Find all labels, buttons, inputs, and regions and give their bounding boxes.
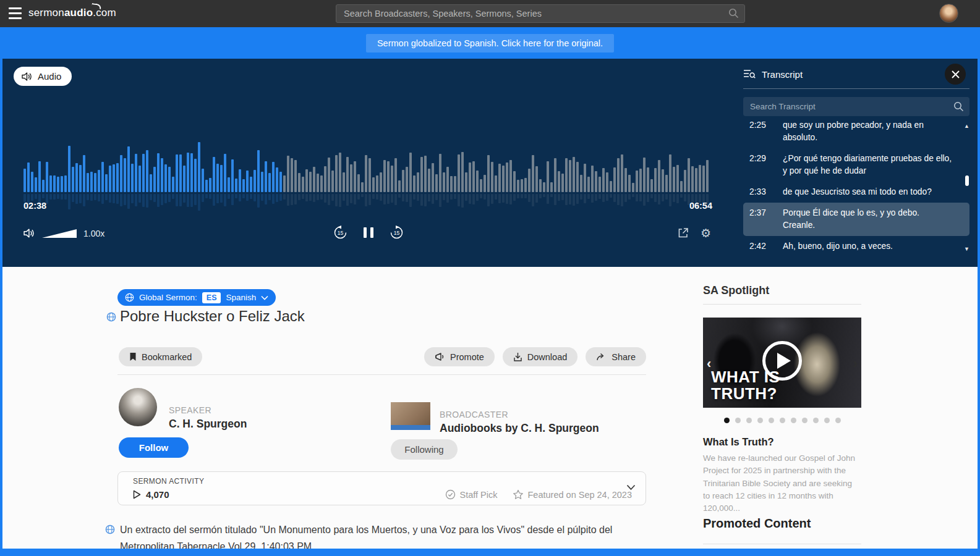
pause-button[interactable] (362, 226, 375, 239)
promote-label: Promote (450, 352, 484, 362)
search-input[interactable] (336, 4, 745, 23)
broadcaster-thumbnail[interactable] (391, 402, 430, 430)
download-label: Download (527, 352, 568, 362)
expand-activity-chevron[interactable] (626, 484, 636, 491)
carousel-dot[interactable] (780, 418, 785, 423)
carousel-dot[interactable] (835, 418, 841, 423)
carousel-dot[interactable] (791, 418, 796, 423)
star-icon (513, 489, 524, 500)
carousel-dot[interactable] (735, 418, 741, 423)
speaker-name[interactable]: C. H. Spurgeon (169, 418, 247, 431)
staff-pick-label: Staff Pick (460, 490, 498, 500)
popout-icon[interactable] (677, 227, 689, 239)
close-transcript-button[interactable] (945, 64, 966, 85)
transcript-text: Ah, bueno, dijo uno, a veces. (783, 240, 893, 253)
volume-slider[interactable] (42, 229, 77, 238)
carousel-prev-arrow[interactable]: ‹ (707, 357, 711, 371)
carousel-dot[interactable] (813, 418, 819, 423)
top-navbar: sermonaudio.com (0, 0, 980, 27)
sermon-activity-box: SERMON ACTIVITY 4,070 Staff Pick (117, 471, 646, 505)
share-button[interactable]: Share (586, 347, 646, 366)
search-icon[interactable] (728, 8, 739, 19)
share-icon (596, 352, 607, 361)
audio-mode-label: Audio (38, 71, 61, 82)
activity-row: 4,070 Staff Pick Featured on Sep 24, 202… (133, 489, 632, 500)
download-icon (513, 352, 522, 362)
carousel-next-arrow[interactable]: › (853, 357, 858, 371)
bookmarked-button[interactable]: Bookmarked (119, 347, 202, 366)
follow-button[interactable]: Follow (119, 437, 189, 458)
transcript-timestamp: 2:25 (749, 121, 777, 144)
global-search (336, 4, 745, 23)
transcript-entry[interactable]: 2:37Porque Él dice que lo es, y yo debo.… (743, 203, 969, 236)
volume-controls: 1.00x (23, 228, 104, 238)
transcript-entry[interactable]: 2:42Ah, bueno, dijo uno, a veces. (743, 236, 969, 253)
skip-forward-15-button[interactable]: 15 (390, 225, 404, 240)
promote-button[interactable]: Promote (424, 347, 495, 366)
transcript-header: Transcript (743, 66, 969, 82)
spotlight-card-title[interactable]: What Is Truth? (703, 436, 774, 448)
transcript-timestamp: 2:37 (749, 207, 777, 232)
transcript-entry[interactable]: 2:29¿Por qué tengo diariamente pruebas d… (743, 148, 969, 182)
waveform[interactable] (23, 138, 712, 192)
global-sermon-pill[interactable]: Global Sermon: ES Spanish (117, 289, 276, 306)
globalized-banner-link[interactable]: Sermon globalized to Spanish. Click here… (366, 34, 614, 53)
player-extra-controls: ⚙ (677, 227, 711, 239)
transcript-timestamp: 2:29 (749, 153, 777, 177)
user-avatar[interactable] (939, 4, 958, 23)
transcript-search-input[interactable] (743, 97, 969, 116)
close-icon (952, 70, 960, 78)
download-button[interactable]: Download (503, 347, 578, 366)
current-time: 02:38 (23, 201, 46, 211)
transcript-icon (743, 69, 756, 80)
play-button[interactable] (762, 341, 802, 381)
play-outline-icon (133, 490, 141, 499)
promoted-divider (703, 544, 861, 544)
transcript-text: de que Jesucristo sea mi todo en todo? (783, 186, 932, 198)
transcript-panel: Transcript 2:25que soy un pobre pecador,… (743, 66, 969, 259)
site-logo[interactable]: sermonaudio.com (28, 7, 116, 19)
carousel-dot[interactable] (724, 418, 730, 423)
activity-badges: Staff Pick Featured on Sep 24, 2023 (445, 489, 632, 500)
total-time: 06:54 (689, 201, 712, 211)
audio-mode-button[interactable]: Audio (14, 67, 72, 86)
translated-globe-icon (106, 312, 116, 322)
scroll-down-arrow[interactable]: ▼ (964, 246, 969, 252)
transcript-entry[interactable]: 2:33de que Jesucristo sea mi todo en tod… (743, 182, 969, 203)
page-root: sermonaudio.com Sermon globalized to Spa… (0, 0, 980, 556)
transcript-text: que soy un pobre pecador, y nada en abso… (783, 121, 952, 144)
spotlight-heading: SA Spotlight (703, 284, 769, 297)
section-divider (117, 374, 646, 375)
scrollbar-thumb[interactable] (965, 175, 969, 186)
settings-gear-icon[interactable]: ⚙ (701, 227, 711, 239)
share-buttons-group: Promote Download Share (424, 347, 646, 366)
speaker-avatar[interactable] (119, 388, 157, 426)
speaker-label: SPEAKER (169, 405, 247, 415)
carousel-dots (703, 418, 861, 423)
carousel-dot[interactable] (746, 418, 752, 423)
carousel-dot[interactable] (824, 418, 830, 423)
transcript-search-icon[interactable] (953, 101, 964, 112)
language-code-badge: ES (202, 292, 221, 303)
transport-controls: 15 15 (333, 225, 404, 240)
speaker-icon (22, 72, 33, 82)
playback-rate[interactable]: 1.00x (83, 229, 104, 238)
spotlight-video-card[interactable]: WHAT IS TRUTH? ‹ › (703, 318, 861, 408)
description-globe-icon (105, 524, 115, 534)
carousel-dot[interactable] (802, 418, 807, 423)
promoted-content-heading: Promoted Content (703, 516, 811, 531)
logo-audio: audio (64, 7, 93, 19)
audio-player: Audio 02:38 06:54 1.00x 15 15 (2, 59, 978, 267)
skip-back-15-button[interactable]: 15 (333, 225, 347, 240)
carousel-dot[interactable] (757, 418, 763, 423)
play-count-value: 4,070 (146, 489, 169, 500)
sermon-title-text: Pobre Huckster o Feliz Jack (120, 308, 305, 324)
scroll-up-arrow[interactable]: ▲ (964, 124, 969, 129)
carousel-dot[interactable] (769, 418, 774, 423)
following-button[interactable]: Following (391, 439, 458, 460)
transcript-entry[interactable]: 2:25que soy un pobre pecador, y nada en … (743, 121, 969, 148)
hamburger-menu-icon[interactable] (9, 7, 22, 19)
description-text: Un extracto del sermón titulado "Un Monu… (120, 524, 612, 549)
volume-icon[interactable] (23, 228, 35, 238)
broadcaster-name[interactable]: Audiobooks by C. H. Spurgeon (440, 422, 599, 435)
